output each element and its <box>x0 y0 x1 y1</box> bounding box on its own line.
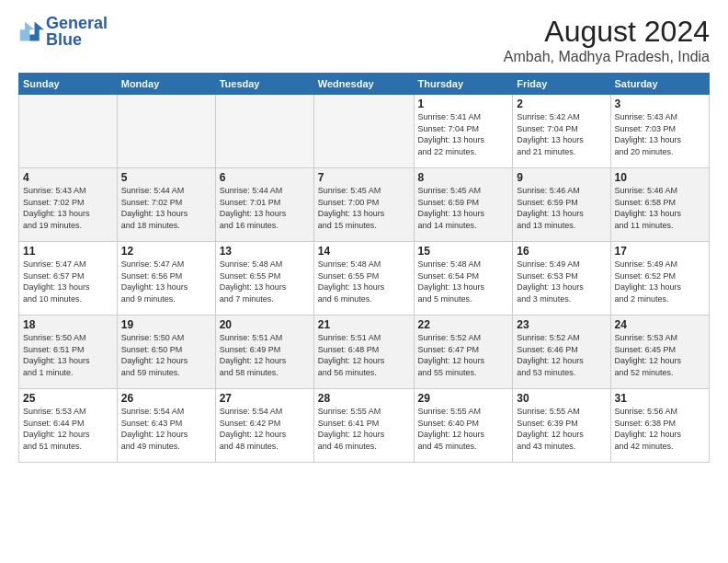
day-number: 21 <box>318 318 410 331</box>
subtitle: Ambah, Madhya Pradesh, India <box>504 49 710 65</box>
day-number: 4 <box>23 171 113 184</box>
logo: General Blue <box>18 15 108 48</box>
col-saturday: Saturday <box>610 74 709 95</box>
main-title: August 2024 <box>504 15 710 49</box>
table-row: 16Sunrise: 5:49 AM Sunset: 6:53 PM Dayli… <box>513 242 610 316</box>
day-number: 1 <box>418 98 509 110</box>
day-info: Sunrise: 5:45 AM Sunset: 7:00 PM Dayligh… <box>318 185 410 231</box>
day-number: 31 <box>615 392 705 405</box>
col-friday: Friday <box>513 74 610 95</box>
day-info: Sunrise: 5:44 AM Sunset: 7:02 PM Dayligh… <box>121 185 211 231</box>
day-number: 18 <box>23 318 113 331</box>
day-number: 30 <box>517 392 606 405</box>
day-info: Sunrise: 5:50 AM Sunset: 6:51 PM Dayligh… <box>23 332 113 378</box>
page: General Blue August 2024 Ambah, Madhya P… <box>0 0 728 563</box>
table-row: 15Sunrise: 5:48 AM Sunset: 6:54 PM Dayli… <box>414 242 513 316</box>
day-number: 22 <box>418 318 509 331</box>
day-info: Sunrise: 5:52 AM Sunset: 6:47 PM Dayligh… <box>418 332 509 378</box>
table-row: 19Sunrise: 5:50 AM Sunset: 6:50 PM Dayli… <box>117 316 215 389</box>
table-row <box>313 95 414 168</box>
table-row <box>19 95 118 168</box>
day-info: Sunrise: 5:49 AM Sunset: 6:53 PM Dayligh… <box>517 259 606 304</box>
table-row: 25Sunrise: 5:53 AM Sunset: 6:44 PM Dayli… <box>19 389 118 463</box>
calendar-week-row: 18Sunrise: 5:50 AM Sunset: 6:51 PM Dayli… <box>19 316 710 389</box>
logo-line1: General <box>46 15 108 31</box>
day-number: 5 <box>121 171 211 184</box>
day-number: 15 <box>418 245 509 258</box>
table-row: 22Sunrise: 5:52 AM Sunset: 6:47 PM Dayli… <box>414 316 513 389</box>
table-row: 1Sunrise: 5:41 AM Sunset: 7:04 PM Daylig… <box>414 95 513 168</box>
table-row: 2Sunrise: 5:42 AM Sunset: 7:04 PM Daylig… <box>513 95 610 168</box>
day-number: 24 <box>615 318 705 331</box>
day-info: Sunrise: 5:46 AM Sunset: 6:59 PM Dayligh… <box>517 185 606 231</box>
day-number: 26 <box>121 392 211 405</box>
table-row: 11Sunrise: 5:47 AM Sunset: 6:57 PM Dayli… <box>19 242 118 316</box>
day-info: Sunrise: 5:55 AM Sunset: 6:41 PM Dayligh… <box>318 406 410 452</box>
logo-icon <box>18 18 44 44</box>
table-row: 6Sunrise: 5:44 AM Sunset: 7:01 PM Daylig… <box>215 168 313 242</box>
table-row: 12Sunrise: 5:47 AM Sunset: 6:56 PM Dayli… <box>117 242 215 316</box>
calendar-week-row: 11Sunrise: 5:47 AM Sunset: 6:57 PM Dayli… <box>19 242 710 316</box>
day-number: 2 <box>517 98 606 110</box>
day-info: Sunrise: 5:54 AM Sunset: 6:42 PM Dayligh… <box>220 406 310 452</box>
day-number: 8 <box>418 171 509 184</box>
table-row: 18Sunrise: 5:50 AM Sunset: 6:51 PM Dayli… <box>19 316 118 389</box>
day-info: Sunrise: 5:42 AM Sunset: 7:04 PM Dayligh… <box>517 111 606 157</box>
table-row: 10Sunrise: 5:46 AM Sunset: 6:58 PM Dayli… <box>610 168 709 242</box>
day-info: Sunrise: 5:51 AM Sunset: 6:48 PM Dayligh… <box>318 332 410 378</box>
logo-text: General Blue <box>46 15 108 48</box>
table-row: 24Sunrise: 5:53 AM Sunset: 6:45 PM Dayli… <box>610 316 709 389</box>
day-number: 20 <box>220 318 310 331</box>
day-info: Sunrise: 5:46 AM Sunset: 6:58 PM Dayligh… <box>615 185 705 231</box>
day-info: Sunrise: 5:43 AM Sunset: 7:02 PM Dayligh… <box>23 185 113 231</box>
day-info: Sunrise: 5:54 AM Sunset: 6:43 PM Dayligh… <box>121 406 211 452</box>
day-number: 29 <box>418 392 509 405</box>
day-info: Sunrise: 5:41 AM Sunset: 7:04 PM Dayligh… <box>418 111 509 157</box>
table-row <box>117 95 215 168</box>
table-row: 28Sunrise: 5:55 AM Sunset: 6:41 PM Dayli… <box>313 389 414 463</box>
table-row: 8Sunrise: 5:45 AM Sunset: 6:59 PM Daylig… <box>414 168 513 242</box>
table-row: 17Sunrise: 5:49 AM Sunset: 6:52 PM Dayli… <box>610 242 709 316</box>
day-info: Sunrise: 5:49 AM Sunset: 6:52 PM Dayligh… <box>615 259 705 304</box>
logo-line2: Blue <box>46 31 108 48</box>
calendar-table: Sunday Monday Tuesday Wednesday Thursday… <box>18 73 710 463</box>
col-sunday: Sunday <box>19 74 118 95</box>
day-info: Sunrise: 5:43 AM Sunset: 7:03 PM Dayligh… <box>615 111 705 157</box>
table-row: 3Sunrise: 5:43 AM Sunset: 7:03 PM Daylig… <box>610 95 709 168</box>
table-row: 4Sunrise: 5:43 AM Sunset: 7:02 PM Daylig… <box>19 168 118 242</box>
day-number: 25 <box>23 392 113 405</box>
day-info: Sunrise: 5:44 AM Sunset: 7:01 PM Dayligh… <box>220 185 310 231</box>
day-info: Sunrise: 5:53 AM Sunset: 6:45 PM Dayligh… <box>615 332 705 378</box>
day-info: Sunrise: 5:52 AM Sunset: 6:46 PM Dayligh… <box>517 332 606 378</box>
table-row: 31Sunrise: 5:56 AM Sunset: 6:38 PM Dayli… <box>610 389 709 463</box>
table-row: 9Sunrise: 5:46 AM Sunset: 6:59 PM Daylig… <box>513 168 610 242</box>
day-number: 12 <box>121 245 211 258</box>
day-info: Sunrise: 5:48 AM Sunset: 6:55 PM Dayligh… <box>318 259 410 304</box>
day-number: 6 <box>220 171 310 184</box>
table-row: 13Sunrise: 5:48 AM Sunset: 6:55 PM Dayli… <box>215 242 313 316</box>
svg-marker-1 <box>29 22 44 41</box>
calendar-week-row: 4Sunrise: 5:43 AM Sunset: 7:02 PM Daylig… <box>19 168 710 242</box>
day-info: Sunrise: 5:48 AM Sunset: 6:55 PM Dayligh… <box>220 259 310 304</box>
day-number: 23 <box>517 318 606 331</box>
day-number: 27 <box>220 392 310 405</box>
day-info: Sunrise: 5:55 AM Sunset: 6:40 PM Dayligh… <box>418 406 509 452</box>
day-number: 3 <box>615 98 705 110</box>
calendar-header-row: Sunday Monday Tuesday Wednesday Thursday… <box>19 74 710 95</box>
day-info: Sunrise: 5:47 AM Sunset: 6:57 PM Dayligh… <box>23 259 113 304</box>
day-number: 16 <box>517 245 606 258</box>
day-info: Sunrise: 5:56 AM Sunset: 6:38 PM Dayligh… <box>615 406 705 452</box>
day-number: 10 <box>615 171 705 184</box>
table-row: 29Sunrise: 5:55 AM Sunset: 6:40 PM Dayli… <box>414 389 513 463</box>
col-tuesday: Tuesday <box>215 74 313 95</box>
title-block: August 2024 Ambah, Madhya Pradesh, India <box>504 15 710 65</box>
day-number: 19 <box>121 318 211 331</box>
day-number: 14 <box>318 245 410 258</box>
col-monday: Monday <box>117 74 215 95</box>
col-thursday: Thursday <box>414 74 513 95</box>
table-row: 7Sunrise: 5:45 AM Sunset: 7:00 PM Daylig… <box>313 168 414 242</box>
day-number: 28 <box>318 392 410 405</box>
table-row <box>215 95 313 168</box>
day-info: Sunrise: 5:45 AM Sunset: 6:59 PM Dayligh… <box>418 185 509 231</box>
col-wednesday: Wednesday <box>313 74 414 95</box>
